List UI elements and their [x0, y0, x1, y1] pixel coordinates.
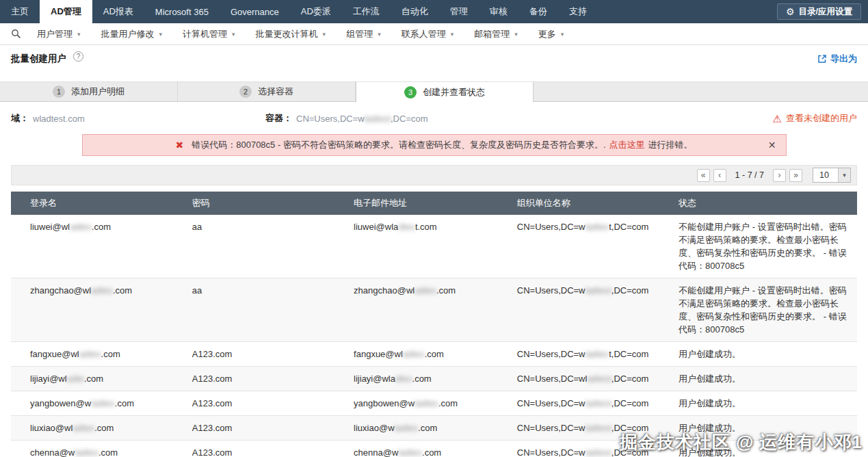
- tab-主页[interactable]: 主页: [0, 0, 40, 23]
- ou-cell-pre: CN=Users,DC=w: [517, 423, 586, 433]
- login-cell: liuxiao@wladtes.com: [11, 416, 185, 441]
- menu-item-批量用户修改[interactable]: 批量用户修改▾: [91, 28, 173, 40]
- table-header: 登录名 密码 电子邮件地址 组织单位名称 状态: [11, 192, 857, 215]
- password-cell: A123.com: [185, 342, 347, 367]
- login-cell-post: .com: [115, 398, 134, 408]
- menu-item-用户管理[interactable]: 用户管理▾: [27, 28, 91, 40]
- login-cell-post: .com: [101, 349, 120, 359]
- tab-备份[interactable]: 备份: [518, 0, 558, 23]
- menu-item-label: 批量更改计算机: [256, 28, 318, 40]
- export-icon: [817, 54, 827, 64]
- error-banner: ✖ 错误代码：800708c5 - 密码不符合密码策略的要求。请检查密码长度、复…: [82, 134, 787, 156]
- ou-cell: CN=Users,DC=wladtest,DC=com: [510, 278, 672, 342]
- ou-cell-post: ,DC=com: [611, 423, 649, 433]
- ou-cell-post: ,DC=com: [611, 374, 649, 384]
- email-cell-post: .com: [418, 423, 437, 433]
- email-cell: liuxiao@wladtes.com: [347, 416, 510, 441]
- tab-AD管理[interactable]: AD管理: [40, 0, 92, 23]
- menu-item-更多[interactable]: 更多▾: [528, 28, 575, 40]
- redacted-text: adtes: [79, 349, 101, 359]
- step-label: 创建并查看状态: [423, 86, 485, 99]
- prev-page-button[interactable]: ‹: [713, 169, 726, 182]
- tab-自动化[interactable]: 自动化: [391, 0, 439, 23]
- menu-item-组管理[interactable]: 组管理▾: [336, 28, 391, 40]
- export-as-link[interactable]: 导出为: [817, 53, 857, 65]
- email-cell-pre: fangxue@wl: [354, 349, 403, 359]
- ou-cell-pre: CN=Users,DC=wl: [517, 374, 588, 384]
- top-navigation: 主页AD管理AD报表Microsoft 365GovernanceAD委派工作流…: [0, 0, 868, 23]
- tab-AD委派[interactable]: AD委派: [290, 0, 342, 23]
- redacted-text: ladtest: [586, 398, 611, 408]
- error-icon: ✖: [175, 140, 183, 151]
- email-cell: liuwei@wladtest.com: [347, 215, 510, 278]
- step-number-badge: 1: [53, 86, 65, 98]
- first-page-button[interactable]: «: [697, 169, 710, 182]
- menu-item-label: 邮箱管理: [474, 28, 510, 40]
- ou-cell: CN=Users,DC=wladtest,DC=com: [510, 391, 672, 416]
- wizard-step-2[interactable]: 2选择容器: [178, 82, 356, 101]
- email-cell: lijiayi@wladtes.com: [347, 367, 510, 391]
- menu-item-批量更改计算机[interactable]: 批量更改计算机▾: [246, 28, 337, 40]
- email-cell-post: .com: [422, 447, 441, 457]
- tab-Microsoft 365[interactable]: Microsoft 365: [144, 0, 220, 23]
- redacted-text: dtes: [398, 222, 415, 232]
- directory-app-settings-button[interactable]: ⚙ 目录/应用设置: [777, 3, 861, 20]
- wizard-step-1[interactable]: 1添加用户明细: [0, 82, 178, 101]
- tab-Governance[interactable]: Governance: [220, 0, 290, 23]
- menu-item-邮箱管理[interactable]: 邮箱管理▾: [464, 28, 528, 40]
- login-cell-post: .com: [98, 447, 118, 457]
- col-status: 状态: [672, 192, 857, 215]
- view-uncreated-users-link[interactable]: ⚠ 查看未创建的用户: [773, 112, 857, 125]
- page-title: 批量创建用户: [11, 53, 66, 65]
- domain-label: 域：: [11, 112, 29, 125]
- tab-工作流[interactable]: 工作流: [342, 0, 391, 23]
- page-range: 1 - 7 / 7: [735, 170, 764, 180]
- ou-cell-pre: CN=Users,DC=w: [517, 285, 586, 296]
- status-cell: 不能创建用户账户 - 设置密码时出错。密码不满足密码策略的要求。检查最小密码长度…: [672, 278, 857, 342]
- redacted-text: adtes: [70, 222, 92, 232]
- page-size-select[interactable]: 10 ▾: [813, 168, 851, 183]
- ou-cell: CN=Users,DC=wladtest,DC=com: [510, 367, 672, 391]
- status-cell: 用户创建成功。: [672, 441, 857, 457]
- help-icon[interactable]: ?: [73, 51, 83, 62]
- page-size-value: 10: [819, 170, 829, 180]
- ou-cell: CN=Users,DC=wladtest,DC=com: [510, 215, 672, 278]
- ou-cell-pre: CN=Users,DC=w: [517, 447, 586, 457]
- redacted-text: ladtest: [586, 285, 611, 296]
- tab-审核[interactable]: 审核: [479, 0, 518, 23]
- email-cell-post: .com: [436, 285, 456, 296]
- email-cell-pre: yangbowen@w: [354, 398, 415, 408]
- status-cell: 用户创建成功。: [672, 342, 857, 367]
- next-page-button[interactable]: ›: [773, 169, 786, 182]
- troubleshoot-link[interactable]: 点击这里: [609, 139, 645, 151]
- status-cell: 用户创建成功。: [672, 391, 857, 416]
- password-cell: A123.com: [185, 416, 347, 441]
- search-icon[interactable]: [5, 29, 27, 39]
- tab-支持[interactable]: 支持: [558, 0, 598, 23]
- redacted-text: ladtest: [365, 114, 391, 124]
- close-icon[interactable]: ✕: [768, 140, 776, 151]
- tab-管理[interactable]: 管理: [439, 0, 479, 23]
- menu-item-计算机管理[interactable]: 计算机管理▾: [172, 28, 246, 40]
- container-value-pre: CN=Users,DC=w: [296, 114, 365, 124]
- tab-AD报表[interactable]: AD报表: [92, 0, 144, 23]
- redacted-text: ladtes: [586, 349, 609, 359]
- step-number-badge: 3: [404, 86, 417, 99]
- ou-cell-post: t,DC=com: [609, 222, 648, 232]
- password-cell: aa: [185, 278, 347, 342]
- ou-cell: CN=Users,DC=wladtest,DC=com: [510, 416, 672, 441]
- menu-item-label: 更多: [538, 28, 556, 40]
- menu-item-联系人管理[interactable]: 联系人管理▾: [391, 28, 464, 40]
- status-cell: 用户创建成功。: [672, 416, 857, 441]
- ou-cell-pre: CN=Users,DC=w: [517, 349, 586, 359]
- app-root: 主页AD管理AD报表Microsoft 365GovernanceAD委派工作流…: [0, 0, 868, 457]
- last-page-button[interactable]: »: [789, 169, 802, 182]
- container-value: CN=Users,DC=wladtest,DC=com: [296, 114, 428, 124]
- login-cell: zhangchao@wladtes.com: [11, 278, 185, 342]
- error-message: 错误代码：800708c5 - 密码不符合密码策略的要求。请检查密码长度、复杂度…: [192, 139, 605, 151]
- wizard-step-3[interactable]: 3创建并查看状态: [356, 82, 534, 102]
- login-cell-pre: liuwei@wl: [30, 222, 70, 232]
- email-cell: chenna@wladtes.com: [347, 441, 510, 457]
- steps-filler: [534, 82, 868, 101]
- chevron-down-icon: ▾: [323, 31, 326, 38]
